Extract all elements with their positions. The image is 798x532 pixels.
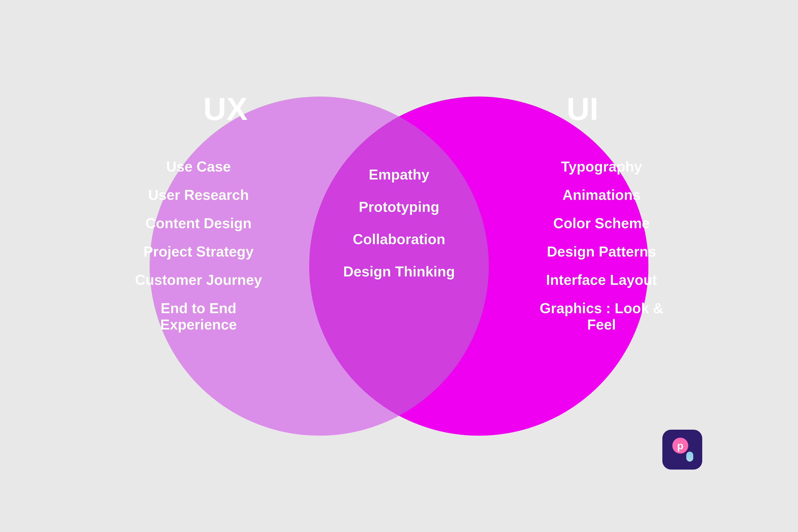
overlap-item-4: Design Thinking xyxy=(315,263,483,280)
logo-inner: p xyxy=(669,437,695,462)
logo-p-icon: p xyxy=(672,438,688,454)
ux-item-6: End to End Experience xyxy=(134,300,263,333)
ux-item-1: Use Case xyxy=(134,158,263,175)
ux-item-5: Customer Journey xyxy=(134,272,263,288)
piktochart-logo: p xyxy=(662,430,702,470)
overlap-item-3: Collaboration xyxy=(315,231,483,247)
ui-items: Typography Animations Color Scheme Desig… xyxy=(527,158,676,333)
overlap-item-1: Empathy xyxy=(315,166,483,183)
ux-item-2: User Research xyxy=(134,187,263,203)
ux-title: UX xyxy=(175,91,275,127)
ui-item-6: Graphics : Look & Feel xyxy=(527,300,676,333)
logo-dot-icon xyxy=(686,452,693,461)
ux-item-3: Content Design xyxy=(134,215,263,231)
ui-item-2: Animations xyxy=(527,187,676,203)
ux-items: Use Case User Research Content Design Pr… xyxy=(134,158,263,333)
ui-item-3: Color Scheme xyxy=(527,215,676,231)
overlap-items: Empathy Prototyping Collaboration Design… xyxy=(315,166,483,280)
ui-item-5: Interface Layout xyxy=(527,272,676,288)
labels-container: UX UI Use Case User Research Content Des… xyxy=(80,47,718,486)
ui-title: UI xyxy=(533,91,632,127)
overlap-item-2: Prototyping xyxy=(315,199,483,215)
ux-item-4: Project Strategy xyxy=(134,243,263,260)
ui-item-1: Typography xyxy=(527,158,676,175)
venn-diagram: UX UI Use Case User Research Content Des… xyxy=(80,47,718,486)
ui-item-4: Design Patterns xyxy=(527,243,676,260)
